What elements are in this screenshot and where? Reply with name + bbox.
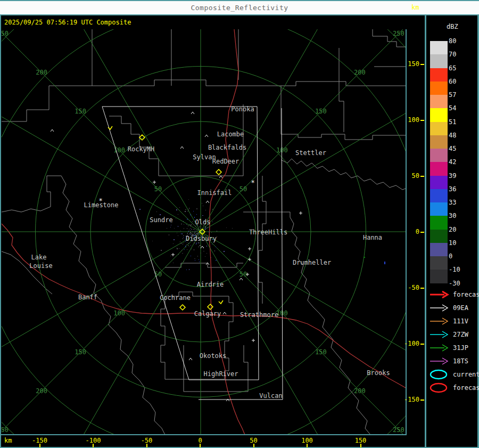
range-ring-label: 250 (0, 426, 9, 434)
echo-speckle (193, 234, 193, 234)
legend-item-label: current (453, 371, 479, 378)
echo-speckle (183, 243, 183, 245)
legend-arrow-icon (428, 302, 451, 314)
dbz-color-block (430, 95, 448, 108)
echo-speckle (202, 203, 202, 203)
echo-speckle (184, 224, 184, 225)
echo-speckle (185, 246, 186, 247)
echo-speckle (183, 235, 184, 236)
admin-boundary (290, 217, 370, 435)
right-axis-tick-label: 0 (402, 228, 419, 235)
place-label: Okotoks (200, 352, 227, 360)
echo-speckle (178, 254, 179, 255)
highway-line (2, 224, 406, 388)
echo-speckle (188, 209, 189, 210)
echo-speckle (171, 225, 171, 225)
echo-speckle (198, 230, 199, 230)
bottom-axis-tick-label: -100 (86, 437, 101, 444)
echo-speckle (186, 224, 187, 225)
echo-speckle (183, 237, 184, 238)
admin-boundary (2, 80, 406, 121)
echo-speckle (187, 249, 187, 250)
admin-boundary (165, 263, 243, 267)
admin-boundary (259, 176, 266, 304)
place-label: Lacombe (217, 131, 244, 138)
echo-speckle (188, 231, 189, 232)
caret-marker (205, 135, 208, 137)
echo-speckle (195, 260, 195, 260)
place-label: Olds (195, 218, 211, 226)
legend-item-label: 18TS (453, 357, 468, 365)
echo-speckle (183, 238, 183, 239)
caret-marker (51, 129, 54, 132)
legend-item: forecast (428, 381, 451, 394)
echo-speckle (226, 227, 227, 228)
echo-speckle (192, 233, 192, 234)
echo-speckle (195, 232, 196, 233)
echo-speckle (217, 237, 217, 237)
echo-speckle (193, 229, 194, 230)
echo-speckle (207, 253, 207, 254)
dbz-scale-label: 80 (449, 37, 470, 45)
echo-speckle (186, 245, 187, 245)
bottom-axis-tick-label: 100 (301, 437, 313, 444)
right-axis-tick-label: 50 (402, 172, 419, 180)
echo-speckle (197, 234, 198, 234)
dbz-scale-label: -10 (449, 266, 470, 273)
echo-speckle (191, 233, 191, 233)
echo-speckle (179, 207, 180, 208)
caret-marker (180, 146, 184, 149)
echo-speckle (198, 242, 199, 243)
echo-speckle (189, 208, 189, 209)
echo-speckle (187, 219, 188, 219)
place-label: RedDeer (212, 158, 240, 165)
legend-item: forecast (428, 288, 451, 301)
legend-item-label: forecast (453, 291, 479, 298)
echo-speckle (196, 243, 196, 245)
echo-speckle (182, 233, 183, 234)
right-axis-tick (420, 232, 424, 233)
echo-speckle (186, 246, 187, 246)
echo-speckle (202, 232, 203, 233)
dbz-color-block (430, 202, 448, 216)
echo-speckle (201, 263, 201, 264)
echo-speckle (207, 227, 208, 228)
dbz-scale-label: 48 (449, 132, 470, 139)
caret-marker (191, 112, 194, 114)
bottom-axis-unit-label: km (4, 437, 12, 444)
echo-speckle (156, 211, 157, 212)
echo-speckle (190, 228, 191, 229)
place-label: Cochrane (160, 294, 191, 302)
echo-speckle (196, 214, 197, 215)
place-label: Calgary (194, 310, 221, 317)
echo-speckle (174, 228, 175, 229)
echo-speckle (202, 215, 203, 216)
azimuth-radial (201, 0, 414, 232)
place-label: Innisfail (197, 189, 232, 197)
echo-speckle (195, 234, 195, 234)
dbz-scale-label: 42 (449, 158, 470, 166)
echo-speckle (199, 226, 200, 227)
admin-boundary (61, 176, 165, 435)
echo-speckle (199, 230, 200, 231)
echo-speckle (195, 226, 196, 226)
echo-speckle (212, 244, 212, 245)
place-label: ThreeHills (249, 229, 287, 236)
right-axis-tick (420, 64, 424, 65)
echo-speckle (200, 245, 201, 246)
legend-arrow-icon (428, 315, 451, 328)
echo-speckle (194, 258, 195, 259)
dbz-color-block (430, 108, 448, 121)
right-axis-tick-label: -150 (402, 396, 419, 403)
echo-speckle (183, 221, 184, 222)
echo-speckle (189, 224, 190, 225)
echo-speckle (181, 250, 183, 250)
dbz-scale-label: 0 (449, 252, 470, 260)
echo-speckle (192, 231, 193, 232)
echo-speckle (188, 225, 188, 226)
echo-speckle (174, 239, 175, 240)
echo-speckle (199, 259, 199, 260)
echo-speckle (181, 243, 181, 244)
echo-pixel (160, 214, 161, 215)
echo-speckle (187, 211, 188, 211)
